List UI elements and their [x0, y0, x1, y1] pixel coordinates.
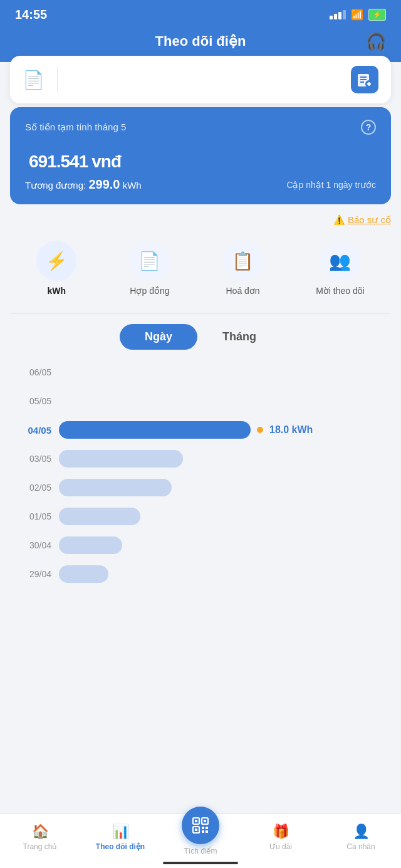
chart-row: 05/05 — [15, 391, 386, 411]
account-left: 📄 — [23, 67, 70, 92]
chart-label: 04/05 — [15, 425, 59, 436]
menu-label-hoa-don: Hoá đơn — [226, 286, 259, 296]
chart-row: 04/0518.0 kWh — [15, 420, 386, 440]
wifi-icon: 📶 — [351, 9, 363, 21]
chart-label: 30/04 — [15, 540, 59, 550]
chart-row: 01/05 — [15, 506, 386, 526]
chart-row: 30/04 — [15, 535, 386, 555]
bill-footer: Tương đương: 299.0 kWh Cập nhật 1 ngày t… — [25, 177, 376, 192]
menu-label-moi-theo-doi: Mời theo dõi — [316, 286, 364, 296]
chart-bar-wrapper — [59, 565, 386, 583]
menu-item-moi-theo-doi[interactable]: 👥 Mời theo dõi — [316, 241, 364, 296]
page-title: Theo dõi điện — [155, 33, 246, 50]
status-time: 14:55 — [15, 8, 47, 22]
menu-item-hop-dong[interactable]: 📄 Hợp đồng — [130, 241, 170, 296]
chart-bar-wrapper — [59, 450, 386, 468]
nav-label-tich-diem: Tích điểm — [184, 847, 217, 855]
chart-bar[interactable] — [59, 536, 122, 554]
gift-icon: 🎁 — [273, 824, 289, 840]
chart-label: 01/05 — [15, 511, 59, 521]
nav-theo-doi-dien[interactable]: 📊 Theo dõi điện — [80, 824, 160, 851]
user-icon: 👤 — [353, 824, 370, 840]
chart-label: 05/05 — [15, 396, 59, 406]
chart-row: 02/05 — [15, 478, 386, 498]
chart-bar-wrapper: 18.0 kWh — [59, 421, 386, 439]
nav-label-theo-doi-dien: Theo dõi điện — [96, 842, 145, 851]
battery-icon: ⚡ — [368, 9, 386, 21]
chart-bar[interactable] — [59, 479, 172, 496]
svg-rect-8 — [195, 820, 197, 822]
bill-help-icon[interactable]: ? — [361, 120, 376, 135]
menu-item-hoa-don[interactable]: 📋 Hoá đơn — [223, 241, 263, 296]
chart-label: 29/04 — [15, 569, 59, 579]
menu-label-hop-dong: Hợp đồng — [130, 286, 169, 296]
chart-label: 06/05 — [15, 367, 59, 377]
svg-rect-14 — [206, 827, 208, 829]
nav-trang-chu[interactable]: 🏠 Trang chủ — [0, 824, 80, 851]
home-indicator — [163, 862, 238, 864]
svg-rect-13 — [202, 827, 204, 829]
account-divider — [57, 67, 58, 92]
hoa-don-icon-circle: 📋 — [223, 241, 263, 281]
chart-bar-dot — [257, 427, 263, 433]
tab-ngay[interactable]: Ngày — [120, 324, 197, 350]
chart-bar[interactable] — [59, 450, 183, 468]
bottom-nav: 🏠 Trang chủ 📊 Theo dõi điện Tích điểm 🎁 … — [0, 813, 401, 868]
chart-label: 02/05 — [15, 483, 59, 493]
hop-dong-icon-circle: 📄 — [130, 241, 170, 281]
qr-button[interactable] — [182, 807, 219, 844]
chart-bar-wrapper — [59, 536, 386, 554]
account-doc-icon: 📄 — [23, 70, 44, 90]
nav-label-uu-dai: Ưu đãi — [269, 842, 292, 851]
nav-uu-dai[interactable]: 🎁 Ưu đãi — [241, 824, 321, 851]
bill-updated: Cập nhật 1 ngày trước — [286, 180, 376, 190]
chart-bar[interactable] — [59, 421, 251, 439]
status-bar: 14:55 📶 ⚡ — [0, 0, 401, 27]
bill-card: Số tiền tạm tính tháng 5 ? 691.541vnđ Tư… — [10, 107, 391, 204]
warning-icon: ⚠️ — [333, 214, 345, 226]
hoa-don-icon: 📋 — [232, 251, 254, 271]
moi-theo-doi-icon: 👥 — [329, 251, 351, 271]
menu-label-kwh: kWh — [48, 286, 66, 296]
svg-rect-16 — [206, 830, 208, 833]
signal-icon — [330, 10, 346, 19]
chart-label: 03/05 — [15, 454, 59, 464]
nav-tich-diem[interactable]: Tích điểm — [160, 819, 241, 855]
chart-row: 03/05 — [15, 449, 386, 469]
account-card[interactable]: 📄 — [10, 56, 391, 103]
home-icon: 🏠 — [32, 824, 49, 840]
svg-rect-12 — [195, 829, 197, 831]
headphone-icon[interactable]: 🎧 — [366, 32, 386, 51]
menu-item-kwh[interactable]: ⚡ kWh — [36, 241, 76, 296]
chart-row: 29/04 — [15, 564, 386, 584]
chart-icon: 📊 — [112, 824, 129, 840]
hop-dong-icon: 📄 — [138, 251, 160, 271]
chart-container: 06/0505/0504/0518.0 kWh03/0502/0501/0530… — [10, 362, 391, 584]
menu-divider — [10, 313, 391, 314]
kwh-icon-circle: ⚡ — [36, 241, 76, 281]
svg-rect-15 — [202, 830, 204, 833]
account-add-button[interactable] — [351, 66, 378, 93]
tab-switcher: Ngày Tháng — [10, 324, 391, 350]
chart-bar-wrapper — [59, 479, 386, 496]
nav-ca-nhan[interactable]: 👤 Cá nhân — [321, 824, 401, 851]
chart-bar-value: 18.0 kWh — [269, 424, 313, 436]
chart-bar[interactable] — [59, 565, 108, 583]
bill-amount: 691.541vnđ — [25, 137, 376, 175]
report-link[interactable]: ⚠️ Báo sự cố — [10, 214, 391, 226]
nav-label-trang-chu: Trang chủ — [23, 842, 58, 851]
tab-thang[interactable]: Tháng — [197, 324, 281, 350]
bolt-icon: ⚡ — [46, 251, 68, 271]
report-link-text[interactable]: Báo sự cố — [348, 214, 391, 226]
svg-rect-10 — [204, 820, 206, 822]
moi-theo-doi-icon-circle: 👥 — [320, 241, 360, 281]
bill-kwh: Tương đương: 299.0 kWh — [25, 177, 142, 192]
status-icons: 📶 ⚡ — [330, 9, 386, 21]
chart-bar[interactable] — [59, 508, 140, 525]
chart-row: 06/05 — [15, 362, 386, 382]
menu-icons: ⚡ kWh 📄 Hợp đồng 📋 Hoá đơn 👥 M — [10, 236, 391, 301]
chart-bar-wrapper — [59, 508, 386, 525]
bill-subtitle: Số tiền tạm tính tháng 5 ? — [25, 120, 376, 135]
nav-label-ca-nhan: Cá nhân — [346, 842, 375, 851]
